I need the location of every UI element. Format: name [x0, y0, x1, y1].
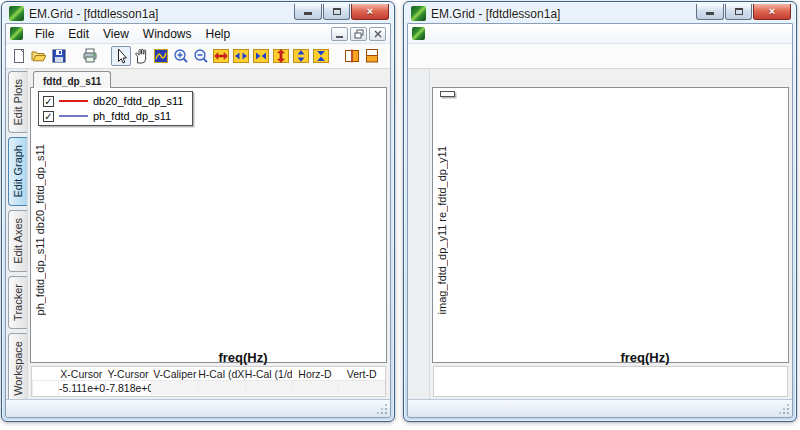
menu-help[interactable]: Help [199, 26, 238, 42]
side-tab-edit-plots[interactable]: Edit Plots [8, 71, 27, 133]
tracker-header-v-caliper: V-Caliper [151, 367, 198, 381]
close-button[interactable]: × [753, 4, 791, 20]
pan-button[interactable] [131, 46, 151, 66]
plot-canvas[interactable] [453, 126, 793, 356]
save-icon [50, 47, 68, 65]
minimize-button[interactable] [696, 4, 724, 20]
legend-label: db20_fdtd_dp_s11 [93, 95, 183, 107]
expand-x-icon [212, 47, 230, 65]
tracker-header-vert-d: Vert-D [338, 367, 385, 381]
select-icon [112, 47, 130, 65]
tracker-value-h-cal-1-dx- [245, 381, 292, 395]
plot-tab-bar [432, 69, 789, 87]
window-right: EM.Grid - [fdtdlesson1a] × imag_fdtd_dp_… [403, 1, 797, 422]
menu-file[interactable]: File [28, 26, 61, 42]
center-x-button[interactable] [251, 46, 271, 66]
plot-tab-fdtd-dp-s11[interactable]: fdtd_dp_s11 [33, 71, 111, 88]
side-tab-edit-graph[interactable]: Edit Graph [8, 137, 27, 206]
app-icon [9, 6, 24, 21]
mdi-close-button[interactable] [369, 27, 386, 41]
close-button[interactable]: × [351, 4, 389, 20]
shrink-y-icon [292, 47, 310, 65]
mdi-restore-icon [354, 29, 364, 39]
x-axis-label: freq(Hz) [95, 350, 391, 365]
save-button[interactable] [49, 46, 69, 66]
status-bar [408, 399, 792, 417]
zoom-in-button[interactable] [171, 46, 191, 66]
content-area: imag_fdtd_dp_y11 re_fdtd_dp_y11 freq(Hz) [430, 69, 792, 399]
tracker-header-x-cursor: X-Cursor [58, 367, 105, 381]
checkbox-ph-fdtd-dp-s11[interactable]: ✓ [43, 111, 54, 122]
tracker-value-y-cursor: -7.818e+00 [105, 381, 152, 395]
window-title: EM.Grid - [fdtdlesson1a] [431, 7, 690, 21]
zoom-in-icon [172, 47, 190, 65]
tracker-table: X-CursorY-CursorV-CaliperH-Cal (dX)H-Cal… [31, 366, 386, 397]
plot-icon [152, 47, 170, 65]
print-icon [81, 47, 99, 65]
maximize-button[interactable] [323, 4, 350, 20]
side-tab-edit-axes[interactable]: Edit Axes [8, 210, 27, 272]
document-icon [10, 27, 23, 40]
mdi-restore-button[interactable] [350, 27, 367, 41]
center-y-button[interactable] [311, 46, 331, 66]
title-bar[interactable]: EM.Grid - [fdtdlesson1a] × [404, 2, 796, 23]
new-button[interactable] [9, 46, 29, 66]
mdi-close-icon [373, 29, 383, 39]
side-tab-label: Workspace [12, 341, 24, 396]
legend-box: ✓db20_fdtd_dp_s11✓ph_fdtd_dp_s11 [38, 91, 193, 126]
mdi-minimize-button[interactable] [331, 27, 348, 41]
app-icon [411, 6, 426, 21]
main-area: Edit PlotsEdit GraphEdit AxesTrackerWork… [6, 69, 390, 399]
resize-grip[interactable] [385, 412, 387, 414]
side-tab-tracker[interactable]: Tracker [8, 276, 27, 329]
client-area: FileEditViewWindowsHelp Edit PlotsEdit G… [5, 23, 391, 418]
maximize-icon [333, 8, 341, 15]
print-button[interactable] [80, 46, 100, 66]
tracker-header-h-cal-dx-: H-Cal (dX) [198, 367, 245, 381]
tracker-corner [32, 367, 58, 381]
expand-x-button[interactable] [211, 46, 231, 66]
menu-edit[interactable]: Edit [61, 26, 96, 42]
shrink-x-icon [232, 47, 250, 65]
x-axis-label: freq(Hz) [497, 350, 793, 365]
tracker-value-horz-d [292, 381, 339, 395]
tracker-header-y-cursor: Y-Cursor [105, 367, 152, 381]
maximize-button[interactable] [725, 4, 752, 20]
legend-row: ✓ph_fdtd_dp_s11 [43, 109, 183, 123]
minimize-icon [304, 12, 312, 15]
open-button[interactable] [29, 46, 49, 66]
plot-button[interactable] [151, 46, 171, 66]
split-horizontal-button[interactable] [362, 46, 382, 66]
toolbar [408, 44, 792, 69]
menu-windows[interactable]: Windows [136, 26, 199, 42]
menu-bar: FileEditViewWindowsHelp [6, 24, 390, 44]
legend-line-sample [59, 100, 88, 102]
plot-canvas[interactable] [51, 126, 391, 356]
expand-y-button[interactable] [271, 46, 291, 66]
caption-buttons: × [293, 4, 389, 20]
maximize-icon [735, 8, 743, 15]
tracker-header-h-cal-1-dx-: H-Cal (1/dX) [245, 367, 292, 381]
resize-grip[interactable] [787, 412, 789, 414]
side-tab-label: Tracker [12, 284, 24, 321]
legend-row: ✓db20_fdtd_dp_s11 [43, 94, 183, 108]
toolbar [6, 44, 390, 69]
tracker-header-horz-d: Horz-D [292, 367, 339, 381]
y-axis-label: ph_fdtd_dp_s11 db20_fdtd_dp_s11 [32, 134, 47, 326]
checkbox-db20-fdtd-dp-s11[interactable]: ✓ [43, 96, 54, 107]
split-vertical-button[interactable] [342, 46, 362, 66]
minimize-button[interactable] [294, 4, 322, 20]
mdi-buttons [329, 27, 386, 41]
y-axis-label: imag_fdtd_dp_y11 re_fdtd_dp_y11 [434, 134, 449, 326]
tracker-value-v-caliper [151, 381, 198, 395]
select-button[interactable] [111, 46, 131, 66]
close-icon: × [367, 6, 373, 16]
title-bar[interactable]: EM.Grid - [fdtdlesson1a] × [2, 2, 394, 23]
shrink-y-button[interactable] [291, 46, 311, 66]
menu-view[interactable]: View [96, 26, 136, 42]
zoom-out-button[interactable] [191, 46, 211, 66]
split-horizontal-icon [363, 47, 381, 65]
side-tab-workspace[interactable]: Workspace [8, 333, 27, 404]
document-icon [412, 27, 425, 40]
shrink-x-button[interactable] [231, 46, 251, 66]
